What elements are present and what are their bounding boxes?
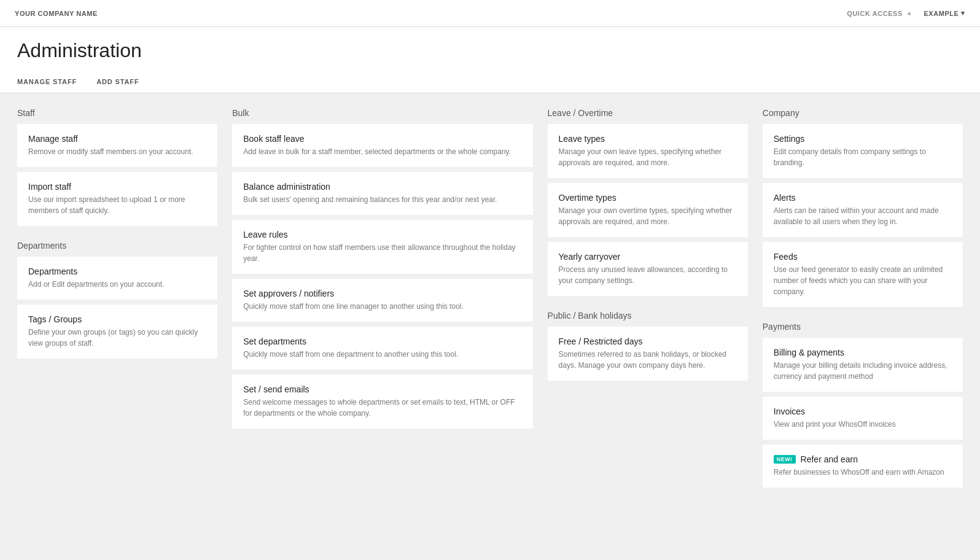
company-section-title: Company [763,108,963,118]
alerts-card[interactable]: Alerts Alerts can be raised within your … [763,183,963,237]
main-content: Staff Manage staff Remove or modify staf… [0,93,980,507]
set-send-emails-title: Set / send emails [243,384,521,394]
import-staff-desc: Use our import spreadsheet to upload 1 o… [28,194,206,216]
company-name: YOUR COMPANY NAME [15,10,98,17]
staff-section-title: Staff [17,108,217,118]
grid-layout: Staff Manage staff Remove or modify staf… [17,108,963,492]
free-restricted-card[interactable]: Free / Restricted days Sometimes referre… [548,327,748,381]
billing-payments-desc: Manage your billing details including in… [774,360,952,382]
example-dropdown-button[interactable]: EXAMPLE ▾ [924,9,965,17]
public-bank-section-title: Public / Bank holidays [548,311,748,321]
overtime-types-title: Overtime types [559,193,737,203]
staff-column: Staff Manage staff Remove or modify staf… [17,108,217,364]
quick-access-button[interactable]: QUICK ACCESS + [844,10,911,17]
new-badge: New! [774,455,796,464]
manage-staff-title: Manage staff [28,134,206,144]
leave-overtime-column: Leave / Overtime Leave types Manage your… [548,108,748,386]
invoices-card[interactable]: Invoices View and print your WhosOff inv… [763,397,963,440]
feeds-title: Feeds [774,252,952,262]
leave-types-card[interactable]: Leave types Manage your own leave types,… [548,124,748,178]
alerts-title: Alerts [774,193,952,203]
manage-staff-desc: Remove or modify staff members on your a… [28,146,206,157]
balance-admin-title: Balance administration [243,182,521,192]
invoices-title: Invoices [774,406,952,416]
overtime-types-card[interactable]: Overtime types Manage your own overtime … [548,183,748,237]
leave-types-desc: Manage your own leave types, specifying … [559,146,737,168]
leave-rules-card[interactable]: Leave rules For tighter control on how s… [232,220,532,274]
settings-card[interactable]: Settings Edit company details from compa… [763,124,963,178]
free-restricted-desc: Sometimes referred to as bank holidays, … [559,349,737,371]
tab-bar: MANAGE STAFF ADD STAFF [17,72,963,93]
yearly-carryover-desc: Process any unused leave allowances, acc… [559,264,737,286]
departments-title: Departments [28,266,206,276]
header-section: Administration MANAGE STAFF ADD STAFF [0,27,980,93]
balance-admin-card[interactable]: Balance administration Bulk set users' o… [232,172,532,215]
set-approvers-card[interactable]: Set approvers / notifiers Quickly move s… [232,279,532,322]
leave-types-title: Leave types [559,134,737,144]
billing-payments-title: Billing & payments [774,348,952,357]
book-staff-leave-title: Book staff leave [243,134,521,144]
settings-desc: Edit company details from company settin… [774,146,952,168]
tab-add-staff[interactable]: ADD STAFF [96,72,149,93]
quick-access-plus-icon: + [907,10,911,17]
tags-groups-card[interactable]: Tags / Groups Define your own groups (or… [17,305,217,359]
tags-groups-desc: Define your own groups (or tags) so you … [28,327,206,349]
company-column: Company Settings Edit company details fr… [763,108,963,492]
departments-card[interactable]: Departments Add or Edit departments on y… [17,257,217,300]
set-departments-desc: Quickly move staff from one department t… [243,349,521,360]
feeds-desc: Use our feed generator to easily create … [774,264,952,297]
balance-admin-desc: Bulk set users' opening and remaining ba… [243,194,521,205]
set-send-emails-card[interactable]: Set / send emails Send welcome messages … [232,375,532,429]
yearly-carryover-card[interactable]: Yearly carryover Process any unused leav… [548,242,748,296]
import-staff-title: Import staff [28,182,206,192]
chevron-down-icon: ▾ [961,9,965,17]
import-staff-card[interactable]: Import staff Use our import spreadsheet … [17,172,217,226]
departments-desc: Add or Edit departments on your account. [28,279,206,290]
public-bank-section: Public / Bank holidays Free / Restricted… [548,311,748,381]
invoices-desc: View and print your WhosOff invoices [774,419,952,430]
refer-earn-title-container: New! Refer and earn [774,454,952,464]
set-send-emails-desc: Send welcome messages to whole departmen… [243,397,521,419]
settings-title: Settings [774,134,952,144]
yearly-carryover-title: Yearly carryover [559,252,737,262]
leave-rules-desc: For tighter control on how staff members… [243,242,521,264]
top-nav: YOUR COMPANY NAME QUICK ACCESS + EXAMPLE… [0,0,980,27]
nav-right: QUICK ACCESS + EXAMPLE ▾ [844,9,965,17]
refer-earn-card[interactable]: New! Refer and earn Refer businesses to … [763,445,963,488]
bulk-section-title: Bulk [232,108,532,118]
quick-access-label: QUICK ACCESS [847,10,903,17]
refer-earn-desc: Refer businesses to WhosOff and earn wit… [774,467,952,478]
set-departments-title: Set departments [243,336,521,346]
set-approvers-title: Set approvers / notifiers [243,289,521,298]
book-staff-leave-desc: Add leave in bulk for a staff member, se… [243,146,521,157]
tags-groups-title: Tags / Groups [28,314,206,324]
overtime-types-desc: Manage your own overtime types, specifyi… [559,205,737,227]
bulk-section: Bulk Book staff leave Add leave in bulk … [232,108,532,429]
alerts-desc: Alerts can be raised within your account… [774,205,952,227]
billing-payments-card[interactable]: Billing & payments Manage your billing d… [763,338,963,392]
manage-staff-card[interactable]: Manage staff Remove or modify staff memb… [17,124,217,167]
leave-rules-title: Leave rules [243,230,521,239]
book-staff-leave-card[interactable]: Book staff leave Add leave in bulk for a… [232,124,532,167]
departments-section-title: Departments [17,241,217,251]
free-restricted-title: Free / Restricted days [559,336,737,346]
departments-section: Departments Departments Add or Edit depa… [17,241,217,359]
leave-overtime-section-title: Leave / Overtime [548,108,748,118]
example-label: EXAMPLE [924,10,959,17]
set-approvers-desc: Quickly move staff from one line manager… [243,301,521,312]
tab-manage-staff[interactable]: MANAGE STAFF [17,72,87,93]
page-title: Administration [17,39,963,62]
company-section: Company Settings Edit company details fr… [763,108,963,307]
bulk-column: Bulk Book staff leave Add leave in bulk … [232,108,532,434]
staff-section: Staff Manage staff Remove or modify staf… [17,108,217,226]
feeds-card[interactable]: Feeds Use our feed generator to easily c… [763,242,963,307]
refer-earn-title: Refer and earn [801,454,858,464]
set-departments-card[interactable]: Set departments Quickly move staff from … [232,327,532,370]
payments-section: Payments Billing & payments Manage your … [763,322,963,488]
leave-overtime-section: Leave / Overtime Leave types Manage your… [548,108,748,296]
payments-section-title: Payments [763,322,963,332]
